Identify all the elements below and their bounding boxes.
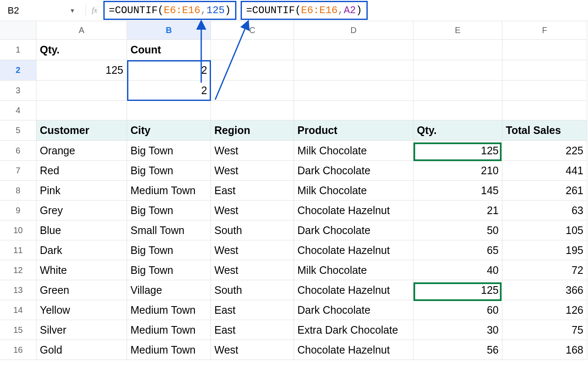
cell-A3[interactable] [36, 81, 127, 101]
cell-C5[interactable]: Region [211, 120, 294, 141]
cell-B13[interactable]: Village [127, 280, 211, 300]
cell-C13[interactable]: South [211, 280, 294, 300]
cell-E2[interactable] [413, 60, 502, 81]
cell-F11[interactable]: 195 [502, 240, 587, 260]
cell-F15[interactable]: 75 [502, 320, 587, 340]
cell-A16[interactable]: Gold [36, 340, 127, 360]
cell-E13[interactable]: 125 [413, 280, 502, 300]
cell-B1[interactable]: Count [127, 40, 211, 60]
row-header-8[interactable]: 8 [0, 181, 36, 201]
row-header-15[interactable]: 15 [0, 320, 36, 340]
cell-E15[interactable]: 30 [413, 320, 502, 340]
cell-D8[interactable]: Milk Chocolate [294, 181, 413, 201]
cell-E11[interactable]: 65 [413, 240, 502, 260]
cell-F10[interactable]: 105 [502, 220, 587, 240]
spreadsheet-grid[interactable]: A B C D E F 1 Qty. Count 2 125 2 3 2 4 [0, 21, 588, 360]
cell-B4[interactable] [127, 101, 211, 120]
cell-C14[interactable]: East [211, 300, 294, 320]
col-header-E[interactable]: E [413, 21, 502, 40]
name-box[interactable]: B2 [6, 5, 65, 16]
cell-B2[interactable]: 2 [127, 60, 211, 81]
col-header-F[interactable]: F [502, 21, 587, 40]
cell-C12[interactable]: West [211, 260, 294, 280]
cell-F8[interactable]: 261 [502, 181, 587, 201]
cell-A15[interactable]: Silver [36, 320, 127, 340]
cell-E4[interactable] [413, 101, 502, 120]
cell-C2[interactable] [211, 60, 294, 81]
cell-F4[interactable] [502, 101, 587, 120]
row-header-16[interactable]: 16 [0, 340, 36, 360]
row-header-12[interactable]: 12 [0, 260, 36, 280]
row-header-7[interactable]: 7 [0, 161, 36, 181]
cell-D5[interactable]: Product [294, 120, 413, 141]
cell-E14[interactable]: 60 [413, 300, 502, 320]
cell-E7[interactable]: 210 [413, 161, 502, 181]
row-header-2[interactable]: 2 [0, 60, 36, 81]
cell-D10[interactable]: Dark Chocolate [294, 220, 413, 240]
cell-C10[interactable]: South [211, 220, 294, 240]
cell-D12[interactable]: Milk Chocolate [294, 260, 413, 280]
cell-F12[interactable]: 72 [502, 260, 587, 280]
cell-A7[interactable]: Red [36, 161, 127, 181]
cell-A12[interactable]: White [36, 260, 127, 280]
cell-A1[interactable]: Qty. [36, 40, 127, 60]
cell-C7[interactable]: West [211, 161, 294, 181]
cell-C3[interactable] [211, 81, 294, 101]
row-header-14[interactable]: 14 [0, 300, 36, 320]
cell-D2[interactable] [294, 60, 413, 81]
row-header-10[interactable]: 10 [0, 220, 36, 240]
cell-E12[interactable]: 40 [413, 260, 502, 280]
cell-E8[interactable]: 145 [413, 181, 502, 201]
cell-E5[interactable]: Qty. [413, 120, 502, 141]
cell-F3[interactable] [502, 81, 587, 101]
cell-A8[interactable]: Pink [36, 181, 127, 201]
row-header-11[interactable]: 11 [0, 240, 36, 260]
cell-C15[interactable]: East [211, 320, 294, 340]
cell-C6[interactable]: West [211, 141, 294, 161]
cell-C4[interactable] [211, 101, 294, 120]
cell-B12[interactable]: Big Town [127, 260, 211, 280]
cell-E9[interactable]: 21 [413, 201, 502, 220]
cell-A6[interactable]: Orange [36, 141, 127, 161]
cell-B11[interactable]: Big Town [127, 240, 211, 260]
cell-D15[interactable]: Extra Dark Chocolate [294, 320, 413, 340]
cell-F7[interactable]: 441 [502, 161, 587, 181]
cell-D7[interactable]: Dark Chocolate [294, 161, 413, 181]
row-header-13[interactable]: 13 [0, 280, 36, 300]
cell-B14[interactable]: Medium Town [127, 300, 211, 320]
cell-F14[interactable]: 126 [502, 300, 587, 320]
col-header-B[interactable]: B [127, 21, 211, 40]
row-header-4[interactable]: 4 [0, 101, 36, 120]
cell-D13[interactable]: Chocolate Hazelnut [294, 280, 413, 300]
cell-F9[interactable]: 63 [502, 201, 587, 220]
cell-D1[interactable] [294, 40, 413, 60]
row-header-9[interactable]: 9 [0, 201, 36, 220]
cell-D3[interactable] [294, 81, 413, 101]
cell-A10[interactable]: Blue [36, 220, 127, 240]
cell-B8[interactable]: Medium Town [127, 181, 211, 201]
cell-C9[interactable]: West [211, 201, 294, 220]
cell-D4[interactable] [294, 101, 413, 120]
cell-D9[interactable]: Chocolate Hazelnut [294, 201, 413, 220]
cell-B15[interactable]: Medium Town [127, 320, 211, 340]
cell-D11[interactable]: Chocolate Hazelnut [294, 240, 413, 260]
cell-C8[interactable]: East [211, 181, 294, 201]
cell-C11[interactable]: West [211, 240, 294, 260]
select-all-corner[interactable] [0, 21, 36, 40]
cell-D6[interactable]: Milk Chocolate [294, 141, 413, 161]
cell-E10[interactable]: 50 [413, 220, 502, 240]
cell-D16[interactable]: Chocolate Hazelnut [294, 340, 413, 360]
cell-E1[interactable] [413, 40, 502, 60]
cell-F6[interactable]: 225 [502, 141, 587, 161]
cell-B16[interactable]: Medium Town [127, 340, 211, 360]
cell-B5[interactable]: City [127, 120, 211, 141]
row-header-5[interactable]: 5 [0, 120, 36, 141]
cell-E16[interactable]: 56 [413, 340, 502, 360]
row-header-6[interactable]: 6 [0, 141, 36, 161]
col-header-C[interactable]: C [211, 21, 294, 40]
cell-C16[interactable]: West [211, 340, 294, 360]
cell-A5[interactable]: Customer [36, 120, 127, 141]
cell-E3[interactable] [413, 81, 502, 101]
formula-2-box[interactable]: =COUNTIF(E6:E16,A2) [241, 1, 368, 20]
row-header-1[interactable]: 1 [0, 40, 36, 60]
